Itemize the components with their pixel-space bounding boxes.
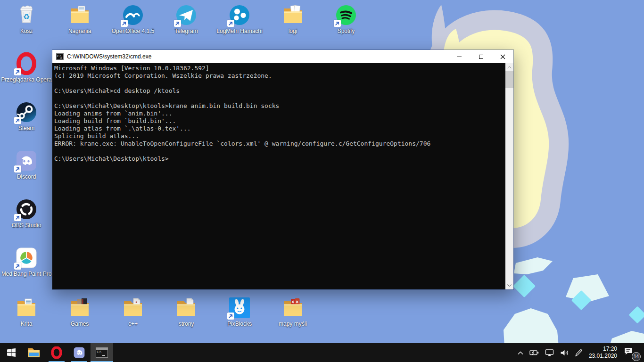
tray-date: 23.01.2020: [589, 353, 617, 360]
desktop-icon-games[interactable]: Games: [54, 296, 106, 327]
folder-icon: [281, 4, 304, 26]
desktop-icon-strony[interactable]: strony: [160, 296, 212, 327]
shortcut-arrow-icon: [121, 20, 128, 27]
pixblocks-icon: [228, 296, 251, 319]
desktop-icon-telegram[interactable]: Telegram: [160, 4, 212, 34]
desktop-icon-label: MediBang Paint Pro: [1, 271, 52, 277]
desktop-icon-label: Nagrania: [68, 28, 91, 34]
scroll-up-button[interactable]: [505, 63, 513, 71]
folder-icon: [15, 296, 38, 319]
svg-text:♻: ♻: [23, 12, 30, 21]
taskbar-clock[interactable]: 17:20 23.01.2020: [585, 346, 621, 360]
desktop-icon-krita[interactable]: Krita: [0, 296, 52, 327]
shortcut-arrow-icon: [14, 214, 21, 221]
console-line: C:\Users\Michał\Desktop\ktools>krane ani…: [54, 102, 504, 110]
notification-badge: 14: [632, 352, 641, 361]
windows-logo-icon: [7, 348, 16, 357]
desktop-icon-label: Przeglądarka Opera: [1, 76, 51, 83]
opera-icon: [15, 52, 38, 75]
shortcut-arrow-icon: [227, 313, 234, 320]
desktop-icon-pixblocks[interactable]: PixBlocks: [214, 296, 265, 327]
openoffice-icon: [122, 4, 144, 26]
console-line: Loading anims from `anim.bin'...: [54, 110, 504, 117]
console-line: ERROR: krane.exe: UnableToOpenConfigureF…: [54, 140, 504, 148]
console-line: [54, 95, 504, 102]
desktop-icon-label: PixBlocks: [227, 321, 252, 327]
desktop-icon-cpp[interactable]: c++: [107, 296, 159, 327]
desktop-icon-steam[interactable]: Steam: [0, 101, 52, 132]
desktop-icon-spotify[interactable]: Spotify: [320, 4, 372, 34]
shortcut-arrow-icon: [14, 263, 21, 270]
console-output[interactable]: Microsoft Windows [Version 10.0.18362.59…: [52, 63, 513, 289]
console-line: (c) 2019 Microsoft Corporation. Wszelkie…: [54, 72, 504, 80]
folder-icon: [281, 296, 304, 319]
desktop-icon-label: OpenOffice 4.1.5: [112, 28, 155, 34]
cmd-icon: C:\: [56, 53, 64, 60]
cmd-titlebar[interactable]: C:\ C:\WINDOWS\system32\cmd.exe: [52, 50, 513, 63]
console-line: C:\Users\Michał\Desktop\ktools>: [54, 155, 504, 163]
desktop-icon-label: c++: [128, 321, 138, 327]
console-line: Microsoft Windows [Version 10.0.18362.59…: [54, 65, 504, 72]
maximize-button[interactable]: [470, 50, 492, 63]
taskbar-opera-button[interactable]: [45, 343, 68, 362]
desktop-icon-label: Kosz: [20, 28, 33, 34]
console-line: [54, 80, 504, 87]
file-explorer-icon: [28, 347, 40, 358]
cmd-window: C:\ C:\WINDOWS\system32\cmd.exe Microsof…: [52, 49, 514, 290]
desktop-icon-label: Steam: [18, 125, 35, 132]
desktop-icon-opera[interactable]: Przeglądarka Opera: [0, 52, 52, 83]
network-icon[interactable]: [542, 343, 557, 362]
action-center-button[interactable]: 14: [621, 343, 640, 362]
discord-icon: [15, 149, 38, 172]
desktop-icon-logi[interactable]: logi: [267, 4, 319, 34]
taskbar-discord-button[interactable]: [68, 343, 91, 362]
folder-icon: [175, 296, 198, 319]
opera-icon: [50, 346, 63, 359]
minimize-button[interactable]: [448, 50, 470, 63]
shortcut-arrow-icon: [14, 117, 21, 124]
desktop-icon-label: Telegram: [174, 28, 198, 34]
desktop-icon-mapy-mysli[interactable]: mapy myśli: [267, 296, 319, 327]
tray-time: 17:20: [589, 346, 617, 353]
spotify-icon: [335, 4, 357, 26]
obs-studio-icon: [15, 198, 38, 221]
desktop-icon-label: Spotify: [338, 28, 355, 34]
shortcut-arrow-icon: [334, 20, 341, 27]
console-scrollbar[interactable]: [505, 63, 513, 289]
volume-icon[interactable]: [557, 343, 571, 362]
folder-icon: [122, 296, 144, 319]
svg-text:C:\: C:\: [57, 55, 62, 58]
windows-ink-pen-icon[interactable]: [571, 343, 585, 362]
desktop-icon-label: Discord: [17, 173, 36, 180]
desktop-icon-openoffice[interactable]: OpenOffice 4.1.5: [107, 4, 159, 34]
hidden-icons-chevron[interactable]: [514, 343, 527, 362]
steam-icon: [15, 101, 38, 123]
window-title: C:\WINDOWS\system32\cmd.exe: [67, 53, 448, 60]
taskbar-file-explorer-button[interactable]: [23, 343, 45, 362]
taskbar-cmd-button[interactable]: C:\: [91, 343, 113, 362]
desktop-icon-kosz[interactable]: ♻ Kosz: [0, 4, 52, 34]
close-button[interactable]: [492, 50, 513, 63]
desktop-icon-label: strony: [179, 321, 194, 327]
desktop-icon-medibang[interactable]: MediBang Paint Pro: [0, 247, 52, 277]
recycle-bin-icon: ♻: [15, 4, 38, 26]
desktop-icon-nagrania[interactable]: Nagrania: [54, 4, 106, 34]
scrollbar-thumb[interactable]: [505, 71, 513, 88]
desktop-icon-obs[interactable]: OBS Studio: [0, 198, 52, 229]
taskbar-empty-area: [113, 343, 514, 362]
desktop-icon-label: mapy myśli: [279, 321, 307, 327]
taskbar: C:\: [0, 343, 644, 362]
shortcut-arrow-icon: [174, 20, 181, 27]
battery-icon[interactable]: [527, 343, 542, 362]
desktop-icon-label: OBS Studio: [12, 222, 41, 229]
desktop-icon-discord[interactable]: Discord: [0, 149, 52, 180]
shortcut-arrow-icon: [14, 68, 21, 75]
desktop-icon-label: logi: [289, 28, 297, 34]
console-line: Loading atlas from `.\atlas-0.tex'...: [54, 125, 504, 132]
scroll-down-button[interactable]: [505, 281, 513, 289]
console-line: Loading build from `build.bin'...: [54, 117, 504, 125]
console-line: [54, 148, 504, 155]
desktop-icon-hamachi[interactable]: LogMeIn Hamachi: [214, 4, 265, 34]
start-button[interactable]: [0, 343, 23, 362]
console-line: Splicing build atlas...: [54, 132, 504, 140]
